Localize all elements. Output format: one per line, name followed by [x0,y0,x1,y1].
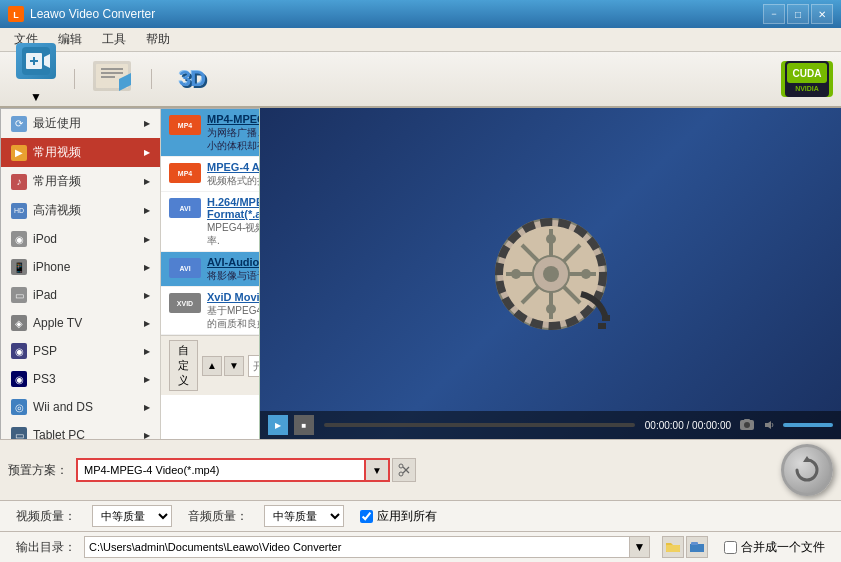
time-display: 00:00:00 / 00:00:00 [645,420,731,431]
apply-all-checkbox-area: 应用到所有 [360,508,437,525]
close-button[interactable]: ✕ [811,4,833,24]
apply-all-checkbox[interactable] [360,510,373,523]
nav-up-button[interactable]: ▲ [202,356,222,376]
submenu-wii[interactable]: ◎ Wii and DS ▶ [1,393,160,421]
folder-button[interactable] [662,536,684,558]
format-info-3: H.264/MPEG-4 AVC Video Format(*.avi) MPE… [207,196,260,247]
open-folder-button[interactable] [686,536,708,558]
video-quality-select[interactable]: 中等质量 [92,505,172,527]
arrow-icon-10: ▶ [144,375,150,384]
preset-dropdown-button[interactable]: ▼ [366,458,390,482]
svg-rect-48 [691,542,698,545]
format-avi-audio[interactable]: AVI AVI-Audio-Video Interleaved(*.avi) 将… [161,252,260,287]
preset-edit-button[interactable] [392,458,416,482]
submenu-left: ⟳ 最近使用 ▶ ▶ 常用视频 ▶ ♪ 常用音频 ▶ [1,109,161,439]
submenu-tablet[interactable]: ▭ Tablet PC ▶ [1,421,160,439]
recent-icon: ⟳ [11,116,27,132]
arrow-icon-7: ▶ [144,291,150,300]
submenu-recent[interactable]: ⟳ 最近使用 ▶ [1,109,160,138]
edit-button[interactable] [85,57,141,101]
camera-button[interactable] [737,417,757,433]
volume-slider[interactable] [783,423,833,427]
preset-label: 预置方案： [8,462,68,479]
svg-marker-41 [765,421,771,429]
output-label: 输出目录： [16,539,76,556]
title-bar: L Leawo Video Converter － □ ✕ [0,0,841,28]
svg-point-43 [399,472,403,476]
progress-bar[interactable] [324,423,635,427]
3d-icon: 3D [170,61,214,97]
mp4-badge: MP4 [169,115,201,135]
play-button[interactable]: ▶ [268,415,288,435]
convert-button[interactable] [781,444,833,496]
audio-quality-select[interactable]: 中等质量 [264,505,344,527]
format-mp4-mpeg4[interactable]: MP4 MP4-MPEG-4 Video(*.mp4) 为网络广播、视频通讯定制… [161,109,260,157]
output-path-dropdown[interactable]: ▼ [630,536,650,558]
preset-bar: 预置方案： MP4-MPEG-4 Video(*.mp4) ▼ [0,439,841,500]
convert-icon [792,455,822,485]
scissors-icon [397,463,411,477]
apply-all-label: 应用到所有 [377,508,437,525]
svg-point-32 [546,234,556,244]
format-xvid[interactable]: XVID XviD Movie(*.avi) 基于MPEG4-视频压缩格式,具有… [161,287,260,335]
hd-icon: HD [11,203,27,219]
volume-icon[interactable] [763,419,777,431]
format-mpeg4-avc[interactable]: MP4 MPEG-4 AVC Video Format(*.mp4) 视频格式的… [161,157,260,192]
ipad-icon: ▭ [11,287,27,303]
submenu-appletv[interactable]: ◈ Apple TV ▶ [1,309,160,337]
submenu-ps3[interactable]: ◉ PS3 ▶ [1,365,160,393]
video-quality-label: 视频质量： [16,508,76,525]
merge-checkbox[interactable] [724,541,737,554]
search-input[interactable] [248,355,260,377]
svg-rect-40 [744,419,750,422]
quality-bar: 视频质量： 中等质量 音频质量： 中等质量 应用到所有 [0,500,841,531]
menu-bar: 文件 编辑 工具 帮助 [0,28,841,52]
svg-point-31 [543,266,559,282]
3d-button[interactable]: 3D [162,57,222,101]
folder-icon [666,541,680,553]
cuda-badge: CUDA NVIDIA [781,61,833,97]
menu-tools[interactable]: 工具 [92,29,136,50]
maximize-button[interactable]: □ [787,4,809,24]
preset-selector: MP4-MPEG-4 Video(*.mp4) ▼ [76,458,416,482]
toolbar: ▼ 3D CUDA NVIDIA [0,52,841,108]
iphone-icon: 📱 [11,259,27,275]
nav-down-button[interactable]: ▼ [224,356,244,376]
app-icon: L [8,6,24,22]
submenu-hd[interactable]: HD 高清视频 ▶ [1,196,160,225]
stop-button[interactable]: ■ [294,415,314,435]
arrow-icon-9: ▶ [144,347,150,356]
format-info-5: XviD Movie(*.avi) 基于MPEG4-视频压缩格式,具有接近DVD… [207,291,260,330]
arrow-icon: ▶ [144,119,150,128]
main-content: 使用方 1. 点击左上角"添加视频"按钮 2. 点击左上角"转换"按钮 3. 点… [0,108,841,562]
menu-help[interactable]: 帮助 [136,29,180,50]
preview-panel: ▶ ■ 00:00:00 / 00:00:00 [260,108,841,439]
svg-rect-37 [598,323,606,329]
customize-button[interactable]: 自定义 [169,340,198,391]
submenu-iphone[interactable]: 📱 iPhone ▶ [1,253,160,281]
add-video-button[interactable]: ▼ [8,39,64,119]
submenu-common-audio[interactable]: ♪ 常用音频 ▶ [1,167,160,196]
merge-label: 合并成一个文件 [741,539,825,556]
mp4-badge-2: MP4 [169,163,201,183]
svg-point-35 [581,269,591,279]
film-reel-image [486,209,616,339]
convert-btn-area [781,444,833,496]
arrow-icon-6: ▶ [144,263,150,272]
svg-point-42 [399,464,403,468]
submenu-psp[interactable]: ◉ PSP ▶ [1,337,160,365]
submenu-common-video[interactable]: ▶ 常用视频 ▶ [1,138,160,167]
search-bar: 自定义 ▲ ▼ [161,335,260,395]
appletv-icon: ◈ [11,315,27,331]
ps3-icon: ◉ [11,371,27,387]
submenu-ipod[interactable]: ◉ iPod ▶ [1,225,160,253]
svg-rect-47 [666,545,680,552]
format-h264[interactable]: AVI H.264/MPEG-4 AVC Video Format(*.avi)… [161,192,260,252]
output-path-display: C:\Users\admin\Documents\Leawo\Video Con… [84,536,630,558]
svg-point-39 [744,422,750,428]
minimize-button[interactable]: － [763,4,785,24]
avi-badge-2: AVI [169,258,201,278]
common-video-icon: ▶ [11,145,27,161]
submenu-ipad[interactable]: ▭ iPad ▶ [1,281,160,309]
arrow-icon-12: ▶ [144,431,150,440]
